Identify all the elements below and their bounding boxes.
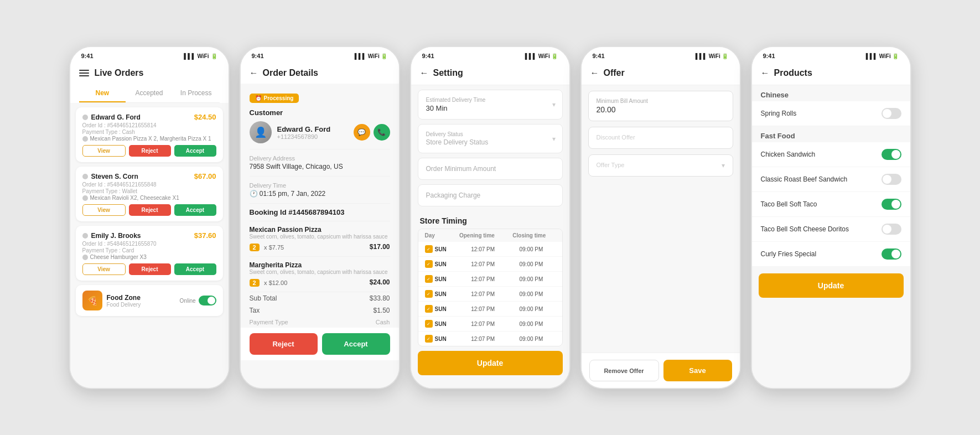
call-btn[interactable]: 📞: [374, 124, 390, 141]
min-order-field[interactable]: Order Minimum Amount: [418, 158, 562, 179]
timing-row-5: ✓ SUN 12:07 PM 09:00 PM: [418, 317, 562, 332]
message-btn[interactable]: 💬: [354, 124, 370, 141]
setting-update-btn[interactable]: Update: [418, 351, 563, 375]
min-bill-label: Minimum Bill Amount: [597, 98, 725, 104]
phone-live-orders: 9:41 ▌▌▌ WiFi 🔋 Live Orders New Accepted…: [69, 46, 230, 389]
hamburger-icon[interactable]: [79, 70, 89, 76]
food-zone-bar: 🍕 Food Zone Food Delivery Online: [76, 285, 223, 316]
accept-btn-3[interactable]: Accept: [174, 263, 216, 275]
min-bill-field[interactable]: Minimum Bill Amount 20.00: [588, 91, 733, 121]
timing-header-row: Day Opening time Closing time: [418, 229, 562, 242]
timing-check-2[interactable]: ✓: [425, 275, 433, 283]
unit-price-1: x $7.75: [264, 244, 284, 251]
product-name-taco-bell-cheese-doritos: Taco Bell Soft Cheese Doritos: [761, 225, 882, 233]
food-zone-img: 🍕: [82, 291, 102, 310]
timing-check-5[interactable]: ✓: [425, 320, 433, 328]
time-4: 9:41: [593, 53, 605, 59]
qty-box-1: 2: [250, 244, 260, 251]
view-btn-3[interactable]: View: [82, 263, 126, 275]
discount-label: Discount Offer: [597, 134, 725, 141]
toggle-classic-roast-beef[interactable]: [882, 174, 901, 185]
order-amount-1: $24.50: [194, 113, 216, 121]
timing-check-4[interactable]: ✓: [425, 305, 433, 313]
timing-check-3[interactable]: ✓: [425, 290, 433, 298]
clock-icon: 🕐: [250, 190, 260, 198]
min-order-field-group: Order Minimum Amount: [418, 158, 563, 180]
order-card-2-header: Steven S. Corn $67.00: [82, 172, 216, 180]
min-order-placeholder: Order Minimum Amount: [426, 165, 554, 173]
product-taco-bell-cheese-doritos: Taco Bell Soft Cheese Doritos: [752, 217, 910, 242]
delivery-time-value: 🕐 01:15 pm, 7 Jan, 2022: [250, 190, 390, 198]
product-name-classic-roast-beef: Classic Roast Beef Sandwich: [761, 175, 882, 183]
back-arrow-3[interactable]: ←: [420, 68, 429, 78]
customer-row: 👤 Edward G. Ford +11234567890 💬 📞: [241, 121, 399, 149]
reject-btn-2[interactable]: Reject: [129, 204, 171, 216]
back-arrow-2[interactable]: ←: [250, 68, 258, 78]
item-price-row-1: 2 x $7.75 $17.00: [250, 242, 390, 252]
online-toggle[interactable]: [199, 296, 216, 305]
view-btn-1[interactable]: View: [82, 145, 126, 157]
remove-offer-btn[interactable]: Remove Offer: [589, 360, 659, 381]
timing-check-1[interactable]: ✓: [425, 260, 433, 268]
timing-day-3: SUN: [435, 291, 459, 297]
sub-total-label: Sub Total: [250, 294, 277, 302]
timing-close-0: 09:00 PM: [507, 246, 555, 252]
time-5: 9:41: [763, 53, 775, 59]
person-icon-2: [82, 174, 88, 179]
chevron-down-icon-1: ▾: [552, 101, 556, 108]
product-name-curly-fries-special: Curly Fries Special: [761, 250, 882, 258]
offer-type-field[interactable]: Offer Type ▾: [588, 154, 733, 177]
view-btn-2[interactable]: View: [82, 204, 126, 216]
delivery-status-field[interactable]: Delivery Status Store Delivery Status ▾: [418, 125, 562, 153]
delivery-time-label: Delivery Time: [250, 182, 390, 189]
timing-check-0[interactable]: ✓: [425, 245, 433, 253]
unit-price-2: x $12.00: [264, 279, 287, 286]
chevron-down-icon-2: ▾: [552, 135, 556, 143]
accept-btn-lg[interactable]: Accept: [322, 333, 390, 355]
order-card-1-header: Edward G. Ford $24.50: [82, 113, 216, 121]
toggle-taco-bell-soft-taco[interactable]: [882, 199, 901, 210]
payment-row: Payment Type Cash: [241, 317, 399, 328]
timing-close-6: 09:00 PM: [507, 336, 555, 342]
toggle-online-area: Online: [180, 296, 216, 305]
timing-check-6[interactable]: ✓: [425, 335, 433, 343]
accept-btn-2[interactable]: Accept: [174, 204, 216, 216]
timing-open-2: 12:07 PM: [459, 276, 507, 282]
tab-in-process[interactable]: In Process: [173, 85, 220, 102]
tab-new[interactable]: New: [79, 85, 126, 102]
order-details-title: Order Details: [263, 68, 318, 78]
customer-name: Edward G. Ford: [277, 125, 348, 133]
delivery-status-field-label: Delivery Status: [426, 131, 554, 137]
timing-open-0: 12:07 PM: [459, 246, 507, 252]
toggle-taco-bell-cheese-doritos[interactable]: [882, 224, 901, 235]
status-icons-1: ▌▌▌ WiFi 🔋: [184, 53, 217, 59]
toggle-curly-fries-special[interactable]: [882, 248, 901, 260]
save-offer-btn[interactable]: Save: [663, 360, 732, 381]
toggle-chicken-sandwich[interactable]: [882, 149, 901, 160]
offer-footer: Remove Offer Save: [582, 353, 740, 388]
timing-day-4: SUN: [435, 306, 459, 312]
timing-row-4: ✓ SUN 12:07 PM 09:00 PM: [418, 302, 562, 317]
packaging-field[interactable]: Packaging Charge: [418, 185, 562, 206]
accept-btn-1[interactable]: Accept: [174, 145, 216, 157]
toggle-spring-rolls[interactable]: [882, 108, 901, 119]
time-2: 9:41: [252, 53, 264, 59]
setting-title: Setting: [433, 68, 463, 78]
item-total-2: $24.00: [370, 278, 390, 286]
discount-field[interactable]: Discount Offer: [588, 127, 733, 149]
products-update-btn[interactable]: Update: [759, 273, 904, 298]
tax-label: Tax: [250, 307, 260, 314]
delivery-time-field[interactable]: Estimated Delivery Time 30 Min ▾: [418, 90, 562, 119]
back-arrow-4[interactable]: ←: [590, 68, 599, 78]
timing-open-3: 12:07 PM: [459, 291, 507, 297]
timing-day-6: SUN: [435, 336, 459, 342]
order-amount-2: $67.00: [194, 172, 216, 180]
reject-btn-1[interactable]: Reject: [129, 145, 171, 157]
reject-btn-lg[interactable]: Reject: [250, 333, 318, 355]
back-arrow-5[interactable]: ←: [761, 68, 770, 78]
products-footer: Update: [752, 267, 910, 304]
tab-accepted[interactable]: Accepted: [126, 85, 173, 102]
qty-box-2: 2: [250, 279, 260, 287]
item-desc-1: Sweet corn, olives, tomato, capsicum wit…: [250, 234, 390, 240]
reject-btn-3[interactable]: Reject: [129, 263, 171, 275]
